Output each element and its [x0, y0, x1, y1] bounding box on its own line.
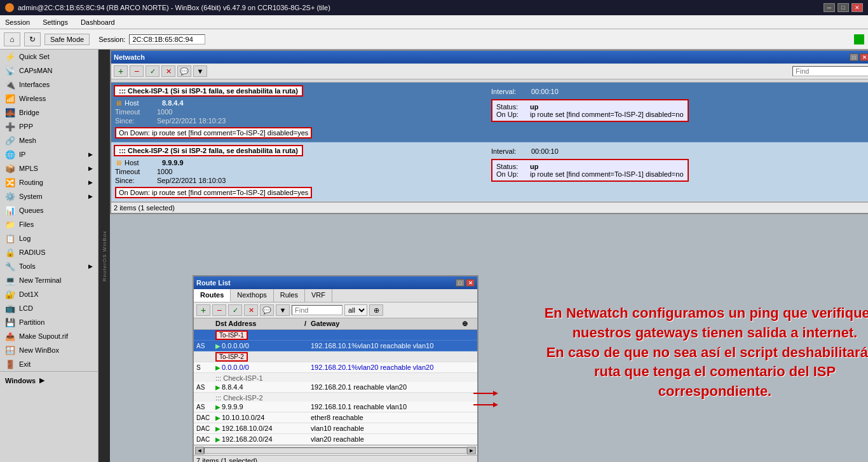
rl-find-input[interactable]: [292, 305, 342, 315]
sidebar-item-tools[interactable]: 🔧 Tools ▶: [0, 259, 98, 273]
netwatch-filter-button[interactable]: ▼: [193, 65, 207, 77]
rl-more-button[interactable]: ⊕: [369, 304, 383, 316]
sidebar-item-capsman[interactable]: 📡 CAPsMAN: [0, 64, 98, 78]
entry-1-status-box: Status: up On Up: ip route set [find com…: [491, 99, 689, 122]
lcd-icon: 📺: [5, 304, 15, 313]
entry-2-left: ::: Check-ISP-2 (Si si ISP-2 falla, se d…: [114, 145, 489, 200]
sidebar-item-system[interactable]: ⚙️ System ▶: [0, 189, 98, 203]
rl-disable-button[interactable]: ✕: [244, 304, 258, 316]
annotation-line4: ruta que tenga el comentario del ISP: [594, 363, 836, 379]
netwatch-entry-2[interactable]: ::: Check-ISP-2 (Si si ISP-2 falla, se d…: [111, 142, 868, 202]
scroll-right-button[interactable]: ►: [467, 447, 476, 454]
annotation-overlay: En Netwatch configuramos un ping que ver…: [492, 304, 868, 402]
minimize-button[interactable]: ─: [824, 3, 835, 12]
menu-session[interactable]: Session: [3, 17, 32, 27]
sidebar-item-exit[interactable]: 🚪 Exit: [0, 357, 98, 371]
netwatch-window-controls[interactable]: □ ✕: [850, 53, 868, 61]
netwatch-entry-1[interactable]: ::: Check-ISP-1 (Si si ISP-1 falla, se d…: [111, 83, 868, 142]
rl-enable-button[interactable]: ✓: [228, 304, 242, 316]
sidebar-item-lcd[interactable]: 📺 LCD: [0, 301, 98, 315]
route-gw-192168-10: vlan10 reachable: [311, 425, 475, 432]
sidebar-item-bridge[interactable]: 🌉 Bridge: [0, 105, 98, 119]
sidebar-item-mesh[interactable]: 🔗 Mesh: [0, 133, 98, 147]
route-row-toisp2-label[interactable]: To-ISP-2: [194, 351, 477, 362]
route-row-999[interactable]: AS ▶ 9.9.9.9 192.168.10.1 reachable vlan…: [194, 402, 477, 412]
entry-1-onup-value: ip route set [find comment=To-ISP-2] dis…: [530, 111, 684, 118]
netwatch-comment-button[interactable]: 💬: [177, 65, 191, 77]
rl-add-button[interactable]: +: [196, 304, 210, 316]
rl-filter-button[interactable]: ▼: [276, 304, 290, 316]
toisp1-label-box: To-ISP-1: [215, 330, 248, 340]
netwatch-restore-button[interactable]: □: [850, 53, 858, 61]
tab-routes[interactable]: Routes: [194, 289, 231, 302]
sidebar-item-radius[interactable]: 🔒 RADIUS: [0, 245, 98, 259]
netwatch-title-bar[interactable]: Netwatch □ ✕: [111, 51, 868, 64]
home-button[interactable]: ⌂: [4, 32, 20, 46]
maximize-button[interactable]: □: [837, 3, 849, 12]
refresh-button[interactable]: ↻: [24, 32, 41, 46]
safe-mode-button[interactable]: Safe Mode: [44, 34, 90, 45]
sidebar-item-log[interactable]: 📋 Log: [0, 231, 98, 245]
route-row-toisp1-label[interactable]: To-ISP-1: [194, 330, 477, 341]
netwatch-close-button[interactable]: ✕: [860, 53, 868, 61]
netwatch-add-button[interactable]: +: [114, 65, 128, 77]
netwatch-disable-button[interactable]: ✕: [161, 65, 175, 77]
menu-settings[interactable]: Settings: [40, 17, 71, 27]
sidebar-item-supout[interactable]: 📤 Make Supout.rif: [0, 329, 98, 343]
scroll-left-button[interactable]: ◄: [195, 447, 204, 454]
title-bar-controls[interactable]: ─ □ ✕: [824, 3, 863, 12]
entry-1-onup-row: On Up: ip route set [find comment=To-ISP…: [496, 111, 684, 118]
sidebar-item-ppp[interactable]: ➕ PPP: [0, 119, 98, 133]
sidebar-item-newterminal[interactable]: 💻 New Terminal: [0, 273, 98, 287]
col-gw[interactable]: Gateway: [311, 320, 462, 328]
entry-2-status-box: Status: up On Up: ip route set [find com…: [491, 159, 689, 182]
sidebar-item-ip[interactable]: 🌐 IP ▶: [0, 147, 98, 161]
scroll-track[interactable]: [204, 447, 467, 454]
sidebar-item-partition[interactable]: 💾 Partition: [0, 315, 98, 329]
sidebar-item-windows[interactable]: Windows ▶: [0, 375, 98, 386]
route-dst-999: ▶ 9.9.9.9: [215, 403, 304, 411]
route-row-isp2[interactable]: S ▶ 0.0.0.0/0 192.168.20.1%vlan20 reacha…: [194, 362, 477, 373]
close-button[interactable]: ✕: [851, 3, 863, 12]
entry-1-host-icon: 🖥: [115, 99, 122, 107]
netwatch-remove-button[interactable]: −: [130, 65, 144, 77]
menu-dashboard[interactable]: Dashboard: [78, 17, 118, 27]
route-row-192168-10[interactable]: DAC ▶ 192.168.10.0/24 vlan10 reachable: [194, 423, 477, 434]
tab-nexthops[interactable]: Nexthops: [231, 289, 273, 302]
route-row-isp1[interactable]: AS ▶ 0.0.0.0/0 192.168.10.1%vlan10 reach…: [194, 341, 477, 351]
mpls-arrow: ▶: [88, 165, 93, 172]
tab-rules[interactable]: Rules: [274, 289, 305, 302]
rl-remove-button[interactable]: −: [212, 304, 226, 316]
sidebar-item-quickset[interactable]: ⚡ Quick Set: [0, 50, 98, 64]
entry-2-timeout-value: 1000: [157, 168, 172, 175]
routelist-title: Route List: [196, 279, 231, 287]
rl-scrollbar[interactable]: ◄ ►: [194, 445, 477, 455]
sidebar-item-files[interactable]: 📁 Files: [0, 217, 98, 231]
route-row-1010[interactable]: DAC ▶ 10.10.10.0/24 ether8 reachable: [194, 412, 477, 423]
routelist-restore-button[interactable]: □: [456, 279, 465, 287]
title-bar-left: admin@2C:C8:1B:65:8C:94 (RB ARCO NORTE) …: [5, 3, 330, 12]
sidebar-item-dot1x[interactable]: 🔐 Dot1X: [0, 287, 98, 301]
dot1x-icon: 🔐: [5, 290, 15, 299]
col-dst[interactable]: Dst Address: [215, 320, 304, 328]
routelist-window-controls[interactable]: □ ✕: [456, 279, 475, 287]
col-scroll-top[interactable]: ⊕: [462, 320, 475, 328]
sidebar-item-routing[interactable]: 🔀 Routing ▶: [0, 175, 98, 189]
sidebar-item-interfaces[interactable]: 🔌 Interfaces: [0, 78, 98, 92]
routelist-title-bar[interactable]: Route List □ ✕: [194, 276, 477, 289]
netwatch-find-input[interactable]: [792, 66, 868, 76]
rl-comment-button[interactable]: 💬: [260, 304, 274, 316]
session-input[interactable]: [129, 34, 205, 44]
sidebar-item-wireless[interactable]: 📶 Wireless: [0, 92, 98, 105]
entry-2-name: ::: Check-ISP-2 (Si si ISP-2 falla, se d…: [119, 147, 298, 154]
rl-filter-select[interactable]: all: [344, 304, 367, 316]
route-row-192168-20[interactable]: DAC ▶ 192.168.20.0/24 vlan20 reachable: [194, 434, 477, 445]
sidebar-item-mpls[interactable]: 📦 MPLS ▶: [0, 161, 98, 175]
route-row-884[interactable]: AS ▶ 8.8.4.4 192.168.20.1 reachable vlan…: [194, 382, 477, 393]
routelist-close-button[interactable]: ✕: [466, 279, 475, 287]
tab-vrf[interactable]: VRF: [305, 289, 332, 302]
sidebar-item-newwinbox[interactable]: 🪟 New WinBox: [0, 343, 98, 357]
netwatch-enable-button[interactable]: ✓: [146, 65, 159, 77]
partition-icon: 💾: [5, 318, 15, 327]
sidebar-item-queues[interactable]: 📊 Queues: [0, 203, 98, 217]
